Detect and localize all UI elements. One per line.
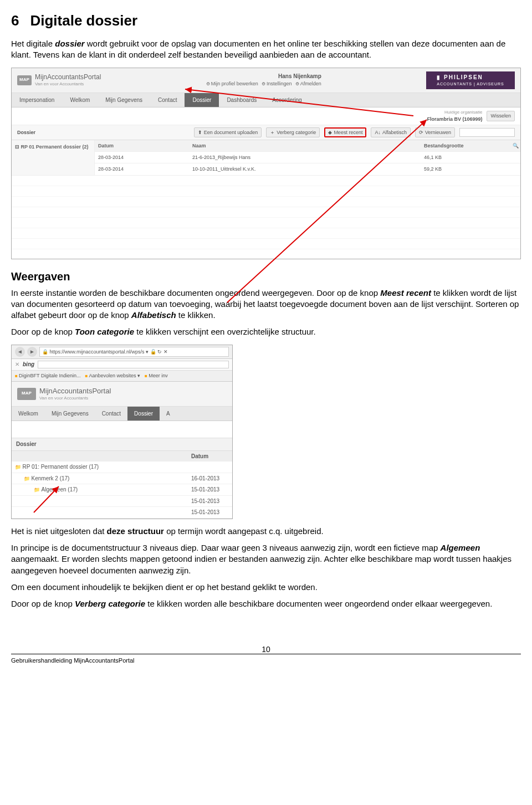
brand-subtitle: Van en voor Accountants (39, 396, 111, 402)
forward-icon[interactable]: ► (27, 347, 37, 357)
intro-paragraph: Het digitale dossier wordt gebruikt voor… (11, 38, 521, 61)
table-cell[interactable]: 21-6-2013_Rijbewijs Hans (189, 152, 421, 163)
tree-date: 15-01-2013 (188, 496, 232, 507)
main-tabs: Welkom Mijn Gegevens Contact Dossier A (12, 407, 232, 422)
page-footer: 10 Gebruikershandleiding MijnAccountants… (11, 654, 521, 665)
link-logout[interactable]: Afmelden (295, 80, 321, 88)
tree-node[interactable] (12, 507, 188, 519)
section-title-text: Digitale dossier (30, 12, 137, 29)
browser-addressbar: ◄ ► 🔒 https://www.mijnaccountantsportal.… (12, 345, 232, 359)
map-logo-icon: MAP (17, 388, 36, 400)
tree-node[interactable]: Algemeen (17) (12, 484, 188, 496)
upload-icon: ⬆ (198, 129, 202, 136)
document-grid: ⊟ RP 01 Permanent dossier (2) Datum Naam… (12, 140, 520, 258)
url-field[interactable]: 🔒 https://www.mijnaccountantsportal.nl/w… (39, 347, 229, 357)
col-naam: Naam (189, 140, 421, 152)
tree-date: 15-01-2013 (188, 484, 232, 496)
org-switch-button[interactable]: Wisselen (487, 111, 515, 121)
btn-meest-recent: ◆Meest recent (324, 127, 366, 137)
map-logo-icon: MAP (17, 75, 32, 85)
col-datum: Datum (95, 140, 189, 152)
table-cell: 46,1 KB (421, 152, 509, 163)
tab-dossier[interactable]: Dossier (127, 407, 160, 421)
app-header: MAP MijnAccountantsPortal Van en voor Ac… (12, 382, 232, 407)
tail-p1: Het is niet uitgesloten dat deze structu… (11, 526, 521, 537)
btn-alfabetisch: A↓Alfabetisch (371, 127, 411, 137)
btn-upload: ⬆Een document uploaden (194, 127, 262, 137)
table-cell[interactable]: 28-03-2014 (95, 163, 189, 175)
close-icon[interactable]: ✕ (15, 361, 19, 368)
user-name: Hans Nijenkamp (206, 73, 321, 80)
tab-accordering[interactable]: Accordering (264, 93, 309, 107)
brand-title: MijnAccountantsPortal (39, 386, 111, 396)
org-name: Florambria BV (106999) (427, 116, 482, 122)
panel-title: Dossier (17, 129, 35, 136)
tree-node[interactable]: RP 01: Permanent dossier (17) (12, 462, 188, 473)
org-label: Huidige organisatie (427, 110, 482, 116)
link-settings[interactable]: Instellingen (262, 80, 292, 88)
section-number: 6 (11, 12, 19, 29)
col-datum: Datum (188, 451, 232, 462)
partner-logo: ▮ PHILIPSEN ACCOUNTANTS | ADVISEURS (426, 71, 515, 89)
tab-cut[interactable]: A (160, 407, 177, 421)
tab-dashboards[interactable]: Dashboards (219, 93, 264, 107)
tree-date (188, 462, 232, 473)
org-row: Huidige organisatie Florambria BV (10699… (12, 107, 520, 125)
tab-contact[interactable]: Contact (95, 407, 127, 421)
favorites-bar: DiginBFT Digitale Indienin... Aanbevolen… (12, 371, 232, 382)
screenshot-dossier-list: MAP MijnAccountantsPortal Van en voor Ac… (11, 68, 521, 259)
subhead-weergaven: Weergaven (11, 269, 521, 284)
fav-item[interactable]: Meer inv (145, 372, 168, 380)
footer-title: Gebruikershandleiding MijnAccountantsPor… (11, 657, 135, 664)
tree-date: 16-01-2013 (188, 473, 232, 485)
brand-title: MijnAccountantsPortal (35, 73, 101, 81)
tree-header (12, 451, 188, 462)
az-icon: A↓ (375, 129, 381, 136)
btn-vernieuwen: ⟳Vernieuwen (415, 127, 455, 137)
sort-icon: ◆ (328, 129, 332, 136)
main-tabs: Impersonation Welkom Mijn Gegevens Conta… (12, 93, 520, 108)
folder-tree: Datum RP 01: Permanent dossier (17) Kenm… (12, 451, 232, 519)
user-menu: Hans Nijenkamp Mijn profiel bewerken Ins… (206, 73, 321, 87)
fav-item[interactable]: DiginBFT Digitale Indienin... (15, 372, 80, 380)
btn-verberg-categorie: ＋Verberg categorie (266, 127, 320, 137)
tab-contact[interactable]: Contact (150, 93, 185, 107)
tab-mijn-gegevens[interactable]: Mijn Gegevens (45, 407, 95, 421)
screenshot-tree-view: ◄ ► 🔒 https://www.mijnaccountantsportal.… (11, 345, 233, 519)
empty-rows (12, 176, 520, 259)
tab-dossier[interactable]: Dossier (185, 93, 219, 107)
dossier-toolbar: Dossier ⬆Een document uploaden ＋Verberg … (12, 125, 520, 140)
table-cell[interactable]: 28-03-2014 (95, 152, 189, 163)
bing-search-input[interactable] (38, 361, 229, 368)
panel-title: Dossier (12, 438, 232, 451)
tab-mijn-gegevens[interactable]: Mijn Gegevens (98, 93, 150, 107)
tree-date: 15-01-2013 (188, 507, 232, 519)
sidebar-tree[interactable]: ⊟ RP 01 Permanent dossier (2) (12, 140, 95, 175)
search-input[interactable] (459, 128, 515, 137)
tree-node[interactable] (12, 496, 188, 507)
page-number: 10 (262, 644, 270, 655)
tail-p2: In principe is de documentstructuur 3 ni… (11, 542, 521, 576)
bing-bar: ✕ bing (12, 359, 232, 371)
back-icon[interactable]: ◄ (15, 347, 25, 357)
tree-node[interactable]: Kenmerk 2 (17) (12, 473, 188, 485)
plus-icon: ＋ (270, 129, 275, 136)
refresh-icon: ⟳ (419, 129, 423, 136)
col-search: 🔍 (509, 140, 520, 152)
section-heading: 6Digitale dossier (11, 11, 521, 30)
app-brand: MAP MijnAccountantsPortal Van en voor Ac… (17, 73, 101, 88)
table-cell: 59,2 KB (421, 163, 509, 175)
weergaven-p1: In eerste instantie worden de beschikbar… (11, 288, 521, 321)
brand-subtitle: Van en voor Accountants (35, 81, 101, 88)
bing-logo: bing (23, 361, 34, 368)
app-topbar: MAP MijnAccountantsPortal Van en voor Ac… (12, 68, 520, 93)
fav-item[interactable]: Aanbevolen websites ▾ (85, 372, 140, 380)
tail-p3: Om een document inhoudelijk te bekijken … (11, 582, 521, 593)
col-size: Bestandsgrootte (421, 140, 509, 152)
link-profile[interactable]: Mijn profiel bewerken (206, 80, 258, 88)
tab-welkom[interactable]: Welkom (62, 93, 98, 107)
table-cell[interactable]: 10-10-2011_Uittreksel K.v.K. (189, 163, 421, 175)
tab-impersonation[interactable]: Impersonation (12, 93, 62, 107)
tab-welkom[interactable]: Welkom (12, 407, 45, 421)
tail-p4: Door op de knop Verberg categorie te kli… (11, 598, 521, 609)
